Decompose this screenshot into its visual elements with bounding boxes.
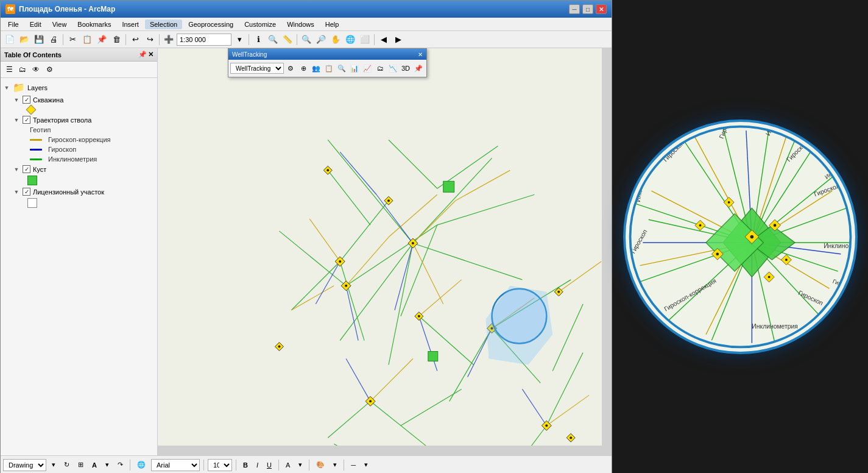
license-checkbox[interactable] <box>23 188 30 196</box>
underline-button[interactable]: U <box>264 459 275 471</box>
zoom-out-button[interactable]: 🔎 <box>314 33 328 46</box>
zoom-in-button[interactable]: 🔍 <box>300 33 313 46</box>
restore-button[interactable]: □ <box>582 4 593 14</box>
wt-btn10[interactable]: 3D <box>400 62 412 74</box>
license-expand[interactable]: ▼ <box>13 188 20 196</box>
paste-button[interactable]: 📌 <box>95 33 108 46</box>
copy-button[interactable]: 📋 <box>80 33 94 46</box>
toc-list-btn[interactable]: ☰ <box>3 63 15 76</box>
fill-color-btn[interactable]: 🎨 <box>313 459 328 471</box>
layer-kust[interactable]: ▼ Куст <box>10 164 157 174</box>
layers-expand-icon[interactable]: ▼ <box>3 84 10 91</box>
grid-tool[interactable]: ⊞ <box>75 459 86 471</box>
toc-pin-icon[interactable]: 📌 <box>138 51 147 59</box>
cursor-tool[interactable]: ▾ <box>49 459 58 471</box>
cut-button[interactable]: ✂ <box>66 33 79 46</box>
svg-point-112 <box>785 258 788 261</box>
toc-options-btn[interactable]: ⚙ <box>43 63 55 76</box>
globe-small[interactable]: 🌐 <box>134 459 149 471</box>
vertical-scrollbar[interactable] <box>602 48 612 446</box>
wt-btn8[interactable]: 🗂 <box>374 62 386 74</box>
skvazhina-checkbox[interactable] <box>23 96 30 104</box>
identify-button[interactable]: ℹ <box>252 33 265 46</box>
text-tool[interactable]: A <box>89 459 100 471</box>
skvazhina-expand[interactable]: ▼ <box>13 96 20 104</box>
trajectory-checkbox[interactable] <box>23 116 30 124</box>
redo-button[interactable]: ↪ <box>143 33 157 46</box>
save-button[interactable]: 💾 <box>32 33 46 46</box>
scale-dropdown[interactable]: ▾ <box>233 33 246 46</box>
toc-visibility-btn[interactable]: 👁 <box>30 63 42 76</box>
back-button[interactable]: ◀ <box>377 33 390 46</box>
font-select[interactable]: Arial <box>151 459 200 471</box>
wt-btn4[interactable]: 📋 <box>323 62 335 74</box>
trajectory-expand[interactable]: ▼ <box>13 116 20 124</box>
font-color-btn[interactable]: A <box>283 459 293 471</box>
menu-geoprocessing[interactable]: Geoprocessing <box>183 20 238 29</box>
delete-button[interactable]: 🗑 <box>110 33 123 46</box>
wt-btn1[interactable]: ⚙ <box>284 62 297 74</box>
minimize-button[interactable]: ─ <box>569 4 580 14</box>
welltracking-close[interactable]: ✕ <box>418 51 423 58</box>
line-color-btn[interactable]: ─ <box>348 459 359 471</box>
wt-btn9[interactable]: 📉 <box>387 62 399 74</box>
layer-license[interactable]: ▼ Лицензионный участок <box>10 187 157 197</box>
redo-tool[interactable]: ↷ <box>115 459 126 471</box>
menu-insert[interactable]: Insert <box>117 20 144 29</box>
menu-customize[interactable]: Customize <box>239 20 281 29</box>
open-button[interactable]: 📂 <box>18 33 31 46</box>
gyro-corr-legend <box>30 139 42 141</box>
kust-symbol-2 <box>428 352 438 361</box>
menu-file[interactable]: File <box>3 20 24 29</box>
map-area[interactable]: WellTracking ✕ WellTracking ⚙ ⊕ 👥 📋 🔍 📊 … <box>158 48 612 455</box>
drawing-dropdown[interactable]: Drawing <box>3 459 46 471</box>
print-button[interactable]: 🖨 <box>47 33 60 46</box>
svg-point-60 <box>339 260 341 263</box>
wt-btn5[interactable]: 🔍 <box>336 62 348 74</box>
globe-button[interactable]: 🌐 <box>344 33 357 46</box>
add-data-button[interactable]: ➕ <box>162 33 175 46</box>
undo-button[interactable]: ↩ <box>129 33 142 46</box>
rotate-tool[interactable]: ↻ <box>61 459 72 471</box>
sb-sep3 <box>236 460 236 471</box>
kust-checkbox[interactable] <box>23 165 30 173</box>
line-dropdown[interactable]: ▾ <box>361 459 371 471</box>
bold-button[interactable]: B <box>240 459 251 471</box>
welltracking-dropdown[interactable]: WellTracking <box>230 63 284 74</box>
wt-btn3[interactable]: 👥 <box>310 62 322 74</box>
layer-trajectory[interactable]: ▼ Траектория ствола <box>10 115 157 125</box>
menu-selection[interactable]: Selection <box>145 20 182 29</box>
menu-view[interactable]: View <box>48 20 72 29</box>
menu-help[interactable]: Help <box>320 20 344 29</box>
close-button[interactable]: ✕ <box>596 4 607 14</box>
new-button[interactable]: 📄 <box>3 33 16 46</box>
toc-close-icon[interactable]: ✕ <box>148 51 153 59</box>
italic-button[interactable]: I <box>253 459 261 471</box>
measure-button[interactable]: 📏 <box>281 33 294 46</box>
wt-btn2[interactable]: ⊕ <box>297 62 309 74</box>
gyro-correction-item[interactable]: Гироскоп-коррекция <box>27 135 157 144</box>
forward-button[interactable]: ▶ <box>392 33 405 46</box>
layer-skvazhina[interactable]: ▼ Скважина <box>10 94 157 105</box>
layers-root[interactable]: ▼ 📁 Layers <box>1 80 157 94</box>
welltracking-toolbar: WellTracking ✕ WellTracking ⚙ ⊕ 👥 📋 🔍 📊 … <box>228 48 427 77</box>
menu-edit[interactable]: Edit <box>25 20 46 29</box>
font-color-dropdown[interactable]: ▾ <box>295 459 305 471</box>
kust-expand[interactable]: ▼ <box>13 166 20 173</box>
extent-button[interactable]: ⬜ <box>358 33 372 46</box>
wt-btn6[interactable]: 📊 <box>348 62 361 74</box>
pan-button[interactable]: ✋ <box>329 33 342 46</box>
font-size-select[interactable]: 10 <box>208 459 232 471</box>
format-tool[interactable]: ▾ <box>102 459 112 471</box>
horizontal-scrollbar[interactable] <box>158 446 602 455</box>
wt-btn11[interactable]: 📌 <box>412 62 425 74</box>
wt-btn7[interactable]: 📈 <box>361 62 373 74</box>
scale-input[interactable] <box>177 34 231 46</box>
inclinometry-item[interactable]: Инклинометрия <box>27 154 157 164</box>
menu-bookmarks[interactable]: Bookmarks <box>72 20 116 29</box>
fill-dropdown[interactable]: ▾ <box>330 459 340 471</box>
find-button[interactable]: 🔍 <box>266 33 280 46</box>
toc-layer-btn[interactable]: 🗂 <box>16 63 29 76</box>
menu-windows[interactable]: Windows <box>282 20 319 29</box>
gyro-item[interactable]: Гироскоп <box>27 144 157 154</box>
